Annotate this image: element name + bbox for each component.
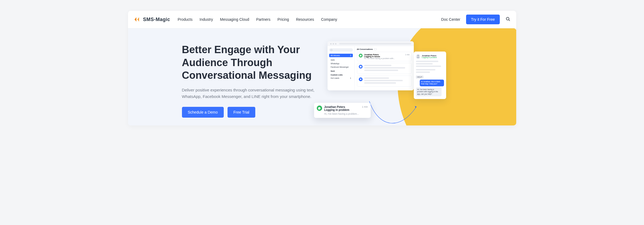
hero-section: Better Engage with Your Audience Through… — [128, 28, 516, 125]
conversation-detail-panel: Jonathan Peters Logging in problem HELP … — [414, 52, 446, 99]
doc-center-link[interactable]: Doc Center — [441, 17, 460, 22]
nav-messaging-cloud[interactable]: Messaging Cloud — [220, 17, 249, 22]
all-inboxes-count: 2 — [350, 54, 351, 56]
conv-subject: Logging in issues — [364, 56, 410, 57]
mock-search-input — [329, 48, 353, 52]
nav-products[interactable]: Products — [178, 17, 192, 22]
sidebar-all-inboxes: All Inboxes 2 — [329, 54, 353, 57]
messenger-icon — [359, 65, 363, 69]
mockup-main: All Conversations Jonathan Peters 1 min — [354, 46, 414, 90]
try-free-button[interactable]: Try it For Free — [466, 15, 500, 24]
nav-links: Products Industry Messaging Cloud Partne… — [178, 17, 337, 22]
user-message-bubble: Hi, I've been having a problem with logg… — [416, 87, 442, 96]
window-titlebar — [328, 41, 414, 46]
detail-status: Logging in problem — [422, 57, 437, 58]
hero-subtitle: Deliver positive experiences through con… — [182, 87, 322, 100]
conv-time: 1 min — [405, 54, 409, 56]
mockup-sidebar: All Inboxes 2 SMS WhatsApp Facebook Mess… — [328, 46, 354, 90]
hot-leads-count: 1 — [350, 77, 351, 79]
float-name: Jonathan Peters — [324, 105, 359, 108]
detail-name: Jonathan Peters — [422, 55, 437, 57]
nav-pricing[interactable]: Pricing — [277, 17, 289, 22]
sidebar-fb: Facebook Messenger — [329, 65, 353, 69]
user-avatar-icon — [416, 54, 420, 59]
all-inboxes-label: All Inboxes — [331, 54, 340, 56]
nav-resources[interactable]: Resources — [296, 17, 314, 22]
float-preview: Hi, I've been having a problem... — [324, 112, 359, 115]
top-nav: SMS-Magic Products Industry Messaging Cl… — [128, 11, 516, 28]
agent-message-bubble: Hi Jonathan, this is Mark. How may I hel… — [420, 80, 444, 86]
svg-point-0 — [506, 17, 509, 20]
sidebar-custom: Custom Lists — [329, 73, 353, 76]
hero-title: Better Engage with Your Audience Through… — [182, 43, 333, 82]
svg-point-4 — [417, 55, 419, 57]
float-time: 1 min — [362, 105, 368, 108]
help-chip: HELP — [416, 76, 423, 79]
nav-company[interactable]: Company — [321, 17, 337, 22]
schedule-demo-button[interactable]: Schedule a Demo — [182, 107, 224, 118]
conv-name: Jonathan Peters — [364, 54, 379, 56]
app-mockup-window: All Inboxes 2 SMS WhatsApp Facebook Mess… — [328, 41, 414, 90]
conversations-header: All Conversations — [357, 48, 412, 50]
nav-industry[interactable]: Industry — [199, 17, 213, 22]
conversations-header-label: All Conversations — [357, 48, 373, 50]
svg-point-2 — [360, 66, 361, 68]
dropdown-icon — [374, 48, 377, 50]
sidebar-sms: SMS — [329, 58, 353, 62]
conversation-row-sms — [357, 76, 412, 87]
conv-preview: Hi, I've been having a problem with... — [364, 57, 410, 59]
float-subject: Logging in problem — [324, 108, 359, 111]
sms-icon — [359, 77, 363, 81]
search-icon[interactable] — [506, 17, 510, 22]
floating-conversation-card: Jonathan Peters Logging in problem Hi, I… — [314, 103, 371, 118]
logo-mark-icon — [134, 17, 141, 22]
hot-leads-label: Hot Leads — [331, 77, 339, 79]
svg-line-1 — [509, 20, 510, 21]
svg-rect-3 — [360, 79, 361, 80]
nav-right: Doc Center Try it For Free — [441, 15, 510, 24]
sidebar-sent: Sent — [329, 69, 353, 73]
free-trial-button[interactable]: Free Trial — [228, 107, 255, 118]
sidebar-whatsapp: WhatsApp — [329, 62, 353, 65]
hero-illustration: All Inboxes 2 SMS WhatsApp Facebook Mess… — [333, 41, 516, 125]
brand-name: SMS-Magic — [143, 17, 170, 22]
conversation-row-messenger — [357, 63, 412, 74]
nav-partners[interactable]: Partners — [256, 17, 270, 22]
whatsapp-icon — [317, 105, 322, 111]
sidebar-hot-leads: Hot Leads 1 — [329, 76, 353, 80]
connector-arrow-icon — [368, 98, 419, 125]
conversation-row-whatsapp: Jonathan Peters 1 min Logging in issues … — [357, 52, 412, 61]
whatsapp-icon — [359, 54, 363, 57]
brand-logo[interactable]: SMS-Magic — [134, 17, 170, 22]
